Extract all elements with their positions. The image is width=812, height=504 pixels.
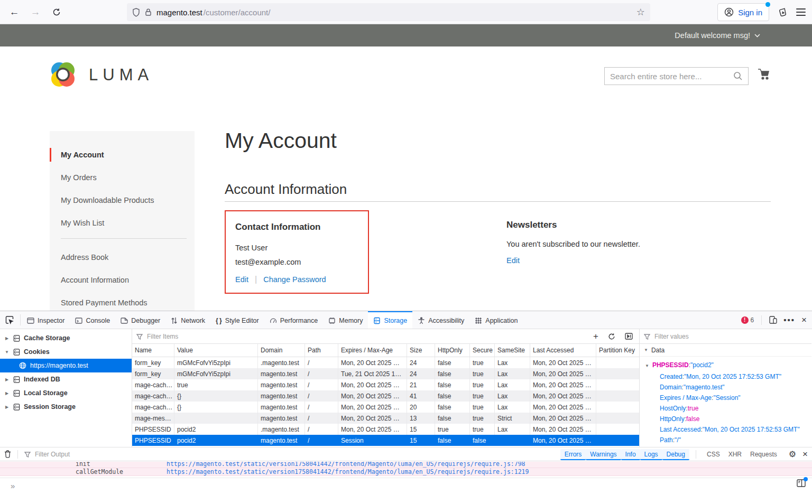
tab-performance[interactable]: Performance [264,311,324,329]
cookie-detail-root[interactable]: ▼ PHPSESSID:"pocid2" [645,360,811,371]
filter-values-bar[interactable]: Filter values [640,329,811,344]
console-filter-css[interactable]: CSS [703,449,724,459]
responsive-design-icon[interactable] [769,316,777,324]
console-settings-icon[interactable]: ⚙ [789,449,796,459]
menu-icon[interactable] [796,8,806,16]
tree-item-cookies[interactable]: ▼ Cookies [0,345,132,359]
chevron-down-icon[interactable] [754,34,760,38]
extensions-icon[interactable] [778,7,788,17]
add-item-icon[interactable]: + [590,331,601,342]
data-section-header[interactable]: ▼ Data [640,344,811,357]
welcome-message[interactable]: Default welcome msg! [675,31,750,40]
column-header[interactable]: HttpOnly [435,344,470,357]
cookie-cell: mGMcFofvYi5zpIpi [174,368,258,379]
url-bar[interactable]: magento.test/customer/account/ ☆ [127,3,650,21]
devtools-panel: Inspector Console Debugger Network { } S… [0,311,812,504]
console-filter-warnings[interactable]: Warnings [586,449,621,460]
sidebar-item-my-account[interactable]: My Account [50,146,195,164]
pick-element-icon[interactable] [0,311,19,329]
sidebar-item-address-book[interactable]: Address Book [50,248,195,266]
back-icon[interactable]: ← [5,3,23,21]
cookie-cell: false [435,402,470,413]
store-page: LUMA My AccountMy OrdersMy Downloadable … [0,46,812,311]
error-count-badge[interactable]: ! 6 [741,316,754,324]
console-filter-logs[interactable]: Logs [640,449,662,460]
search-icon[interactable] [733,71,743,81]
tab-accessibility[interactable]: Accessibility [412,311,469,329]
sidebar-item-account-information[interactable]: Account Information [50,271,195,289]
cart-button[interactable] [757,68,771,82]
tab-memory[interactable]: Memory [323,311,368,329]
tree-item-indexed-db[interactable]: ▶ Indexed DB [0,372,132,386]
console-filter-errors[interactable]: Errors [560,449,586,460]
column-header[interactable]: Size [407,344,435,357]
column-header[interactable]: Name [132,344,174,357]
edit-contact-link[interactable]: Edit [235,275,248,284]
column-header[interactable]: Secure [470,344,495,357]
column-header[interactable]: SameSite [495,344,530,357]
meatball-menu-icon[interactable]: ••• [783,315,795,324]
application-icon [475,317,482,324]
forward-icon[interactable]: → [26,3,44,21]
tab-inspector[interactable]: Inspector [22,311,70,329]
sidebar-item-stored-payment-methods[interactable]: Stored Payment Methods [50,294,195,311]
tree-item-session-storage[interactable]: ▶ Session Storage [0,400,132,414]
console-filter-debug[interactable]: Debug [662,449,689,460]
tab-network[interactable]: Network [165,311,210,329]
sidebar-item-my-wish-list[interactable]: My Wish List [50,214,195,232]
search-box[interactable] [604,67,749,85]
column-header[interactable]: Expires / Max-Age [338,344,407,357]
column-header[interactable]: Domain [258,344,305,357]
cookie-row[interactable]: mage-cach…{}magento.test/Mon, 20 Oct 202… [132,402,640,413]
filter-items-bar[interactable]: Filter Items + [132,329,640,344]
tab-storage[interactable]: Storage [368,311,412,329]
tree-item-origin-magento-test[interactable]: https://magento.test [0,359,132,372]
tab-style-editor[interactable]: { } Style Editor [210,311,264,329]
column-header[interactable]: Path [305,344,338,357]
close-devtools-icon[interactable]: × [801,315,807,325]
cookie-cell: / [305,357,338,368]
cookie-row[interactable]: PHPSESSIDpocid2.magento.test/Mon, 20 Oct… [132,424,640,435]
tab-application[interactable]: Application [469,311,523,329]
log-source-link[interactable]: https://magento.test/static/version17580… [167,468,529,475]
cookie-row[interactable]: mage-cach…truemagento.test/Mon, 20 Oct 2… [132,379,640,390]
log-source-link[interactable]: https://magento.test/static/version17580… [167,462,525,468]
tree-item-local-storage[interactable]: ▶ Local Storage [0,386,132,400]
console-filter-xhr[interactable]: XHR [724,449,746,459]
cookie-row[interactable]: form_keymGMcFofvYi5zpIpimagento.test/Tue… [132,368,640,379]
search-input[interactable] [610,72,733,81]
cookie-row[interactable]: PHPSESSIDpocid2magento.test/Session15fal… [132,435,640,446]
reload-icon[interactable] [48,3,66,21]
edit-newsletters-link[interactable]: Edit [506,256,520,265]
console-input-row[interactable]: » [0,478,812,493]
cookie-row[interactable]: mage-mes…magento.test/Mon, 20 Oct 2025 …… [132,413,640,424]
console-sidebar-toggle-icon[interactable] [797,479,806,489]
sidebar-item-my-orders[interactable]: My Orders [50,169,195,186]
column-header[interactable]: Last Accessed [530,344,596,357]
console-log-row[interactable]: callGetModulehttps://magento.test/static… [0,468,812,476]
bookmark-star-icon[interactable]: ☆ [636,6,645,18]
sidebar-item-my-downloadable-products[interactable]: My Downloadable Products [50,191,195,209]
shield-icon[interactable] [132,8,140,17]
luma-logo[interactable]: LUMA [48,60,153,90]
cookie-table-header[interactable]: NameValueDomainPathExpires / Max-AgeSize… [132,344,640,357]
signin-button[interactable]: Sign in [717,3,769,21]
tree-item-cache-storage[interactable]: ▶ Cache Storage [0,331,132,345]
cookie-row[interactable]: form_keymGMcFofvYi5zpIpi.magento.test/Mo… [132,357,640,368]
cookie-cell: {} [174,390,258,402]
tab-console[interactable]: Console [70,311,115,329]
column-header[interactable]: Value [174,344,258,357]
cookie-row[interactable]: mage-cach…{}magento.test/Mon, 20 Oct 202… [132,390,640,402]
cookie-detail-prop: Created:"Mon, 20 Oct 2025 17:52:53 GMT" [645,371,811,382]
lock-icon [145,8,152,16]
close-console-icon[interactable]: × [802,449,808,460]
refresh-items-icon[interactable] [605,333,618,340]
variables-view-toggle-icon[interactable] [622,333,635,340]
change-password-link[interactable]: Change Password [263,275,326,284]
clear-console-icon[interactable] [4,450,11,458]
console-filter-requests[interactable]: Requests [746,449,781,459]
column-header[interactable]: Partition Key [596,344,640,357]
console-filter-info[interactable]: Info [621,449,640,460]
tab-debugger[interactable]: Debugger [115,311,165,329]
console-log-row[interactable]: inithttps://magento.test/static/version1… [0,462,812,468]
